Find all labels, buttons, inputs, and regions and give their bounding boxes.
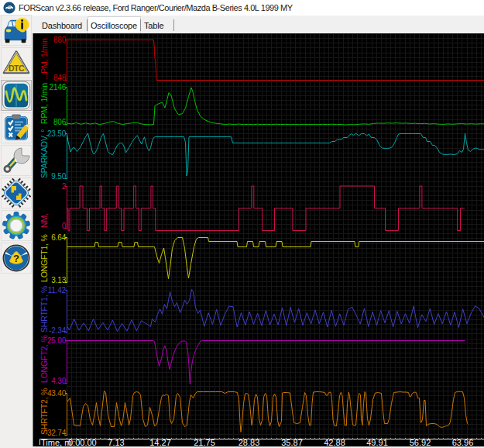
svg-text:11.42: 11.42 — [48, 286, 67, 295]
svg-text:LONGFT2, %: LONGFT2, % — [39, 335, 49, 383]
svg-text:43.40: 43.40 — [47, 389, 67, 398]
svg-text:63.96: 63.96 — [452, 438, 474, 447]
svg-text:0:00.00: 0:00.00 — [68, 438, 97, 447]
svg-text:4.30: 4.30 — [51, 377, 66, 385]
svg-text:14.27: 14.27 — [149, 438, 171, 447]
svg-text:35.87: 35.87 — [281, 438, 303, 447]
svg-text:2146: 2146 — [50, 83, 67, 91]
svg-text:RPM, 1/min: RPM, 1/min — [39, 83, 49, 124]
svg-text:6.64: 6.64 — [51, 233, 66, 242]
svg-text:SHRTFT1, %: SHRTFT1, % — [39, 286, 49, 333]
svg-text:SPARKADV, °: SPARKADV, ° — [39, 129, 49, 178]
svg-text:848: 848 — [53, 74, 67, 82]
svg-text:7.13: 7.13 — [108, 438, 124, 447]
svg-text:25.00: 25.00 — [47, 336, 67, 345]
svg-text:2: 2 — [62, 182, 67, 191]
svg-text:32.74: 32.74 — [47, 429, 67, 437]
svg-text:-2.34: -2.34 — [49, 326, 66, 335]
svg-text:23.50: 23.50 — [47, 129, 67, 138]
svg-text:...PM, 1/min: ...PM, 1/min — [39, 38, 49, 80]
svg-text:0: 0 — [62, 222, 67, 230]
svg-text:Time, m: Time, m — [41, 438, 71, 447]
svg-text:880: 880 — [53, 36, 67, 44]
svg-text:56.92: 56.92 — [410, 438, 431, 447]
svg-text:42.88: 42.88 — [324, 438, 345, 447]
svg-text:LONGFT1, %: LONGFT1, % — [39, 234, 49, 282]
svg-text:9.50: 9.50 — [51, 172, 66, 181]
svg-text:3.13: 3.13 — [51, 276, 66, 284]
svg-text:NM,: NM, — [39, 213, 49, 228]
svg-text:49.91: 49.91 — [366, 438, 388, 447]
svg-text:SHRTFT2, %: SHRTFT2, % — [39, 388, 49, 435]
svg-text:21.75: 21.75 — [194, 438, 215, 447]
svg-text:806: 806 — [53, 118, 67, 126]
svg-text:28.83: 28.83 — [239, 438, 260, 447]
